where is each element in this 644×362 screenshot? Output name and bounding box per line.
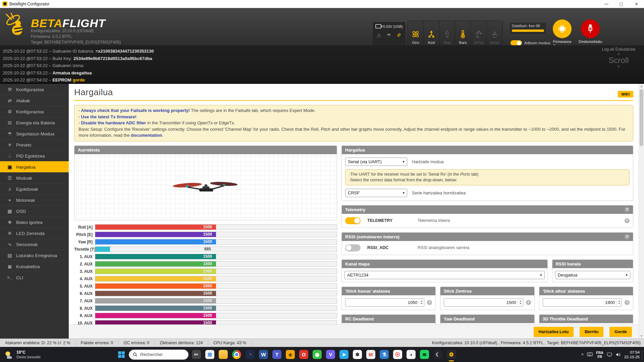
hide-log-link[interactable]: Log-ak Eskutatzea xyxy=(602,47,635,52)
channel-map-select[interactable]: AETR1234▾ xyxy=(344,271,545,279)
taskbar-app-whatsapp[interactable]: ◉ xyxy=(313,350,322,359)
save-button[interactable]: Gorde xyxy=(609,327,632,337)
taskbar-weather-widget[interactable]: 10°C Deels bewolkt xyxy=(0,350,101,359)
log-scroll-control[interactable]: ˄ Scroll ˅ xyxy=(602,52,635,68)
taskbar-app-spotify[interactable]: ≋ xyxy=(420,350,429,359)
taskbar-app-microsoft-store[interactable]: ⊞ xyxy=(205,350,214,359)
taskbar-app-gmail[interactable]: M xyxy=(366,350,375,359)
sidebar-item-pid-egokitzea[interactable]: ∴PID Egokitzea xyxy=(0,150,69,161)
taskbar-app-night-light[interactable]: ☾ xyxy=(433,350,442,359)
wiki-button[interactable]: WIKI xyxy=(618,91,633,98)
touch-keyboard-icon[interactable] xyxy=(587,352,593,357)
chevron-down-icon[interactable]: ˅ xyxy=(602,65,635,68)
expert-mode-toggle[interactable] xyxy=(511,40,522,46)
spinner-arrows[interactable]: ▲▼ xyxy=(518,300,523,305)
adc-filter-link[interactable]: Disable the hardware ADC filter xyxy=(81,120,146,125)
spinner-arrows[interactable]: ▲▼ xyxy=(419,300,424,305)
sidebar-item-konfigurazioa[interactable]: ⚙Konfigurazioa xyxy=(0,106,69,117)
sidebar-item-konfigurazioa[interactable]: ⚒Konfigurazioa xyxy=(0,84,69,95)
number-input[interactable]: 1050▲▼ xyxy=(345,298,424,307)
setting-panel-3d-throttle-deadband: 3D Throttle Deadband50▲▼? xyxy=(539,314,633,325)
taskbar-app-firefox[interactable]: ◔ xyxy=(246,350,255,359)
scroll-down-arrow[interactable]: ▼ xyxy=(639,334,644,339)
channel-row: 9. AUX1500 xyxy=(74,312,337,319)
sidebar-item-sensoreak[interactable]: ∿Sensoreak xyxy=(0,239,69,250)
sidebar-item-cli[interactable]: >_CLI xyxy=(0,272,69,283)
sidebar-item-label: Segurtasun Modua xyxy=(16,131,54,136)
taskbar-app-teams[interactable]: T xyxy=(272,350,281,359)
sidebar-item-segurtasun-modua[interactable]: ☂Segurtasun Modua xyxy=(0,128,69,139)
taskbar-app-github[interactable]: ◖ xyxy=(407,350,416,359)
display-cast-icon[interactable] xyxy=(607,352,612,357)
number-input[interactable]: 1900▲▼ xyxy=(543,298,622,307)
taskbar-app-maps[interactable]: ⦿ xyxy=(393,350,402,359)
spinner-arrows[interactable]: ▲▼ xyxy=(616,300,622,305)
sidebar-item-moduak[interactable]: ☰Moduak xyxy=(0,172,69,183)
help-icon[interactable]: ? xyxy=(625,218,630,223)
taskbar-app-chatgpt[interactable]: ✻ xyxy=(353,350,362,359)
taskbar-app-opera[interactable]: O xyxy=(299,350,308,359)
start-button[interactable] xyxy=(117,350,126,359)
channel-row: 6. AUX1500 xyxy=(74,290,337,297)
help-icon[interactable]: ? xyxy=(625,234,630,239)
taskbar-app-office-app[interactable]: ◆ xyxy=(286,350,295,359)
channel-label: 10. AUX xyxy=(74,321,95,325)
taskbar-app-paint[interactable]: ⚗ xyxy=(380,350,389,359)
taskbar-app-betaflight-configurator[interactable]: ❂ xyxy=(447,350,456,359)
content-scrollbar[interactable]: ▲ ▼ xyxy=(639,84,644,339)
close-button[interactable]: ✕ xyxy=(629,0,644,8)
refresh-button[interactable]: Berritu xyxy=(580,327,603,337)
language-indicator[interactable]: FRA FR xyxy=(596,351,603,359)
telemetry-toggle[interactable] xyxy=(345,217,361,224)
taskbar-app-telegram[interactable]: ➤ xyxy=(339,350,348,359)
status-right-text: Konfiguratzailea: 10.10.0 (c97deaf) , Fi… xyxy=(432,341,644,345)
help-icon[interactable]: ? xyxy=(427,300,432,305)
failsafe-note-link[interactable]: Always check that your Failsafe is worki… xyxy=(81,108,190,113)
sidebar-item-bideo-igorlea[interactable]: ❖Bideo igorlea xyxy=(0,217,69,228)
setting-panel-rc-deadband: RC Deadband0▲▼? xyxy=(341,314,436,325)
volume-icon[interactable] xyxy=(615,352,621,357)
taskbar-app-snipping-tool[interactable]: ✂ xyxy=(192,350,201,359)
sidebar-item-led-zerrenda[interactable]: ☀LED Zerrenda xyxy=(0,228,69,239)
taskbar-app-word[interactable]: W xyxy=(259,350,268,359)
receiver-mode-select[interactable]: Serial (via UART)▾ xyxy=(345,158,407,166)
channel-bars: Roll [A]1500Pitch [E]1500Yaw [R]1500Thro… xyxy=(74,224,337,325)
baro-icon xyxy=(459,30,467,39)
taskbar-app-file-explorer[interactable] xyxy=(219,350,228,359)
taskbar-app-chrome[interactable] xyxy=(232,350,241,359)
maximize-button[interactable]: ▢ xyxy=(614,0,629,8)
sidebar-item-presets[interactable]: ✶Presets xyxy=(0,139,69,150)
sidebar-item-loturako-erregistroa[interactable]: ▤Loturako Erregistroa xyxy=(0,250,69,261)
minimize-button[interactable]: — xyxy=(599,0,614,8)
bind-receiver-button[interactable]: Hartzailea Lotu xyxy=(534,327,574,337)
help-icon[interactable]: ? xyxy=(526,300,531,305)
show-desktop-button[interactable] xyxy=(642,350,643,360)
serial-protocol-select[interactable]: CRSF▾ xyxy=(345,189,407,197)
tray-chevron-up-icon[interactable]: ˄ xyxy=(581,352,584,357)
sidebar-item-egokitzeak[interactable]: ♯Egokitzeak xyxy=(0,183,69,194)
scroll-up-arrow[interactable]: ▲ xyxy=(639,84,644,89)
scrollbar-thumb[interactable] xyxy=(640,89,643,146)
led-icon: ☀ xyxy=(6,231,14,236)
setting-panel-stick-zentroa: Stick Zentroa1500▲▼? xyxy=(440,287,534,310)
taskbar-search[interactable]: Rechercher xyxy=(129,350,189,360)
help-icon[interactable]: ? xyxy=(625,300,630,305)
documentation-link[interactable]: documentation xyxy=(131,133,162,138)
sidebar-item-label: Presets xyxy=(16,142,32,147)
sidebar-item-energia-eta-bateria[interactable]: ⊟Energia eta Bateria xyxy=(0,117,69,128)
number-input[interactable]: 1500▲▼ xyxy=(444,298,523,307)
help-icon[interactable]: ? xyxy=(625,207,630,212)
firmware-flasher-button[interactable]: FirmwareaEguneratu xyxy=(549,19,575,48)
channel-label: 1. AUX xyxy=(74,254,95,259)
taskbar-app-purple-app[interactable]: V xyxy=(326,350,335,359)
sidebar-item-motoreak[interactable]: ⌖Motoreak xyxy=(0,194,69,205)
rssi-adc-toggle[interactable] xyxy=(345,244,361,251)
taskbar-clock[interactable]: 07:54 22-10-25 xyxy=(624,350,640,359)
rssi-channel-select[interactable]: Desgaitua▾ xyxy=(555,271,630,279)
sidebar-item-osd[interactable]: ▦OSD xyxy=(0,205,69,217)
sidebar-item-hargailua[interactable]: ▣Hargailua xyxy=(0,161,69,172)
disconnect-button[interactable]: Deskonektatu xyxy=(578,19,603,44)
sidebar-item-kutxabeltza[interactable]: ◼Kutxabeltza xyxy=(0,261,69,272)
model-preview xyxy=(74,154,337,220)
sidebar-item-atakak[interactable]: ⇄Atakak xyxy=(0,95,69,106)
